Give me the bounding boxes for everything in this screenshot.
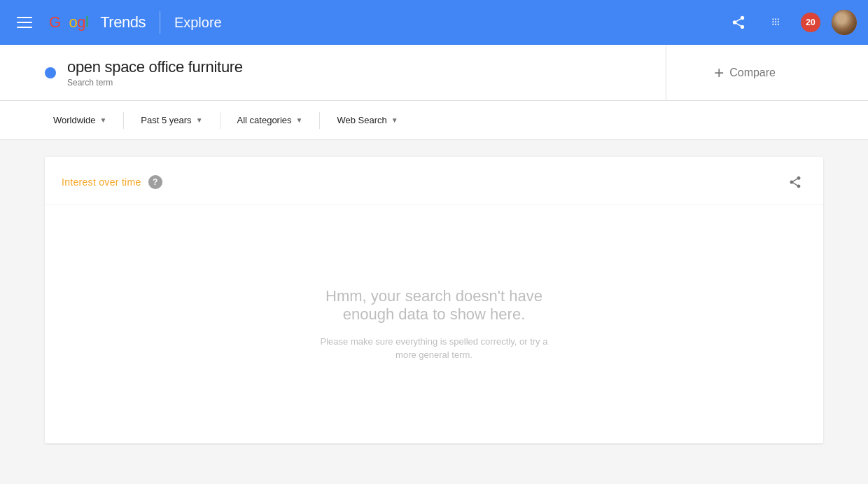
chart-body: Hmm, your search doesn't have enough dat… (45, 205, 823, 443)
compare-button[interactable]: + Compare (708, 57, 781, 88)
app-header: Google Trends Explore 20 (0, 0, 868, 45)
main-content: Interest over time ? Hmm, your search do… (0, 140, 868, 460)
chart-title: Interest over time (62, 177, 141, 188)
filter-bar: Worldwide ▼ Past 5 years ▼ All categorie… (0, 101, 868, 140)
no-data-main-text: Hmm, your search doesn't have enough dat… (326, 287, 542, 324)
search-type-filter[interactable]: Web Search ▼ (328, 109, 406, 131)
region-label: Worldwide (53, 115, 95, 125)
logo-o2: o (69, 13, 77, 31)
compare-plus-icon: + (714, 63, 724, 83)
time-label: Past 5 years (141, 115, 191, 125)
logo-o1: o (61, 13, 69, 31)
search-type-dropdown-arrow: ▼ (391, 116, 398, 124)
category-filter[interactable]: All categories ▼ (229, 109, 312, 131)
notification-badge[interactable]: 20 (801, 13, 820, 32)
search-term-info: open space office furniture Search term (67, 58, 243, 88)
avatar[interactable] (832, 10, 857, 35)
search-term-section: open space office furniture Search term (45, 45, 666, 100)
category-label: All categories (237, 115, 292, 125)
search-term-text[interactable]: open space office furniture (67, 58, 243, 76)
time-filter[interactable]: Past 5 years ▼ (132, 109, 211, 131)
logo-container: Google Trends Explore (49, 11, 222, 34)
region-filter[interactable]: Worldwide ▼ (45, 109, 115, 131)
compare-section: + Compare (666, 45, 823, 100)
no-data-sub-text: Please make sure everything is spelled c… (315, 335, 553, 362)
search-area: open space office furniture Search term … (0, 45, 868, 101)
filter-separator-2 (220, 112, 220, 129)
header-left: Google Trends Explore (11, 11, 222, 34)
compare-label: Compare (729, 67, 776, 79)
filter-separator-1 (123, 112, 124, 129)
hamburger-menu-button[interactable] (11, 11, 38, 34)
apps-button[interactable] (763, 9, 790, 36)
search-term-dot (45, 67, 56, 78)
logo-space: Trends (97, 13, 146, 31)
time-dropdown-arrow: ▼ (196, 116, 203, 124)
logo-text: Google Trends (49, 13, 146, 32)
help-icon[interactable]: ? (148, 175, 162, 189)
filter-separator-3 (319, 112, 320, 129)
category-dropdown-arrow: ▼ (296, 116, 303, 124)
chart-header: Interest over time ? (45, 157, 823, 205)
logo-separator (160, 11, 160, 34)
region-dropdown-arrow: ▼ (99, 116, 106, 124)
search-type-label: Web Search (337, 115, 386, 125)
logo-g2: g (77, 13, 85, 31)
header-right: 20 (725, 9, 857, 36)
logo-e: e (88, 13, 97, 31)
avatar-image (832, 10, 857, 35)
interest-over-time-card: Interest over time ? Hmm, your search do… (45, 157, 823, 443)
chart-share-button[interactable] (784, 171, 806, 193)
share-button[interactable] (725, 9, 752, 36)
search-term-label: Search term (67, 78, 243, 88)
chart-title-area: Interest over time ? (62, 175, 162, 189)
logo-g: G (49, 13, 61, 31)
explore-label: Explore (174, 15, 222, 31)
